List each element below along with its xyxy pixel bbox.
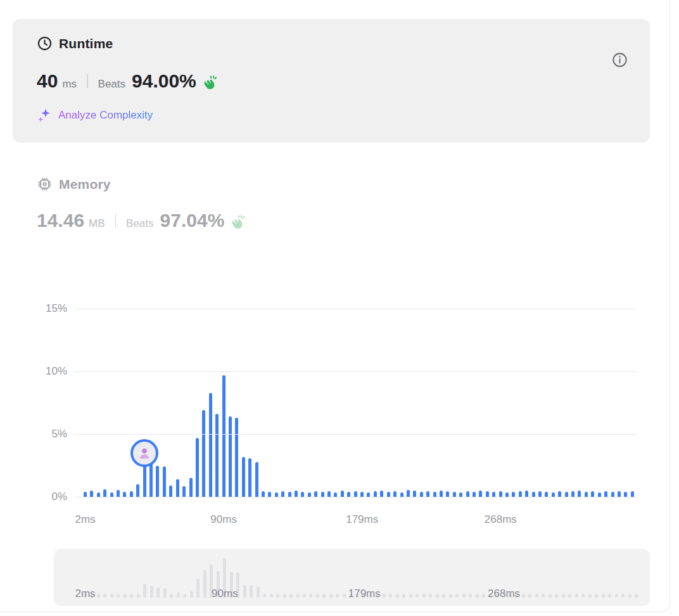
histogram-bar[interactable] [400,492,403,497]
histogram-bar[interactable] [321,492,324,497]
histogram-bar[interactable] [262,491,265,497]
histogram-bar[interactable] [117,490,120,497]
histogram-bar[interactable] [374,491,377,497]
runtime-card[interactable]: Runtime 40 ms Beats 94.00% [13,19,650,143]
histogram-bar[interactable] [242,457,245,497]
histogram-bar[interactable] [334,492,337,497]
histogram-bar[interactable] [624,492,627,497]
histogram-bar[interactable] [604,491,607,497]
histogram-bar[interactable] [288,492,291,497]
x-axis-tick: 179ms [346,513,378,526]
histogram-bar[interactable] [558,491,561,497]
histogram-bar[interactable] [209,393,212,497]
histogram-bar[interactable] [479,491,482,497]
histogram-bar[interactable] [176,479,179,497]
histogram-bar[interactable] [97,492,100,497]
plot-area[interactable] [75,298,637,508]
histogram-bar[interactable] [499,491,502,497]
histogram-bar[interactable] [90,491,93,497]
histogram-bar[interactable] [387,492,390,497]
histogram-bar[interactable] [532,492,535,497]
submission-result-panel: Runtime 40 ms Beats 94.00% [0,0,670,612]
histogram-bar[interactable] [545,492,548,497]
histogram-bar[interactable] [578,491,581,497]
zoom-brush-minimap[interactable]: 2ms90ms179ms268ms [54,549,650,606]
histogram-bar[interactable] [486,491,489,497]
histogram-bar[interactable] [459,492,462,497]
histogram-bar[interactable] [631,491,634,497]
histogram-bar[interactable] [380,491,383,497]
histogram-bar[interactable] [446,491,449,497]
histogram-bar[interactable] [327,491,331,497]
histogram-bar[interactable] [314,491,317,497]
histogram-bar[interactable] [222,375,225,497]
histogram-bar[interactable] [473,492,476,497]
histogram-bar[interactable] [512,492,515,497]
histogram-bar[interactable] [354,491,357,497]
histogram-bar[interactable] [591,491,594,497]
histogram-bar[interactable] [367,492,370,497]
histogram-bar[interactable] [393,491,397,497]
histogram-bar[interactable] [308,492,311,497]
histogram-bar[interactable] [585,492,588,497]
histogram-bar[interactable] [440,491,443,497]
histogram-bar[interactable] [525,491,528,497]
histogram-bar[interactable] [123,492,126,497]
histogram-bar[interactable] [182,486,186,497]
histogram-bar[interactable] [552,492,555,497]
histogram-bar[interactable] [347,492,350,497]
histogram-bar[interactable] [426,491,429,497]
histogram-bar[interactable] [618,491,621,497]
histogram-bar[interactable] [275,492,278,497]
histogram-bar[interactable] [492,492,495,497]
analyze-complexity-button[interactable]: Analyze Complexity [37,107,626,123]
analyze-complexity-label[interactable]: Analyze Complexity [58,109,153,122]
histogram-bar[interactable] [149,461,153,497]
info-icon[interactable] [611,51,628,68]
histogram-bar[interactable] [301,492,304,497]
histogram-bar[interactable] [611,492,614,497]
histogram-bar[interactable] [169,485,172,497]
histogram-bar[interactable] [519,491,522,497]
histogram-bar[interactable] [295,491,298,497]
histogram-bar[interactable] [84,492,87,497]
histogram-bar[interactable] [215,414,219,497]
y-axis-tick: 15% [46,302,67,315]
histogram-bar[interactable] [360,492,364,497]
histogram-bar[interactable] [466,491,469,497]
your-submission-marker[interactable] [130,439,158,467]
histogram-bar[interactable] [196,438,199,497]
histogram-bar[interactable] [229,416,232,497]
sparkle-icon [37,107,53,123]
histogram-bar[interactable] [248,458,251,497]
histogram-bar[interactable] [163,466,166,497]
histogram-bar[interactable] [103,489,106,497]
y-axis-tick: 5% [51,428,67,440]
histogram-bar[interactable] [407,490,410,497]
histogram-bar[interactable] [598,492,601,497]
histogram-bar[interactable] [130,491,133,497]
histogram-bar[interactable] [538,491,542,497]
runtime-header: Runtime [37,35,626,51]
histogram-bar[interactable] [505,492,509,497]
histogram-bar[interactable] [571,491,574,497]
histogram-bar[interactable] [433,492,436,497]
histogram-bar[interactable] [420,492,423,497]
histogram-bar[interactable] [453,492,456,497]
histogram-bar[interactable] [110,492,113,497]
histogram-bar[interactable] [255,462,258,497]
histogram-bar[interactable] [202,410,205,497]
histogram-bar[interactable] [281,491,284,497]
memory-section[interactable]: Memory 14.46 MB Beats 97.04% [37,176,353,231]
y-axis-tick: 10% [46,365,67,378]
histogram-bar[interactable] [189,478,193,497]
runtime-distribution-chart: 15%10%5%0% 2ms90ms179ms268ms [13,298,637,529]
histogram-bar[interactable] [268,492,271,497]
histogram-bar[interactable] [341,491,344,497]
histogram-bar[interactable] [156,466,159,497]
histogram-bar[interactable] [565,492,568,497]
histogram-bar[interactable] [235,418,238,497]
histogram-bars[interactable] [84,309,634,497]
histogram-bar[interactable] [413,491,416,497]
histogram-bar[interactable] [136,484,139,497]
